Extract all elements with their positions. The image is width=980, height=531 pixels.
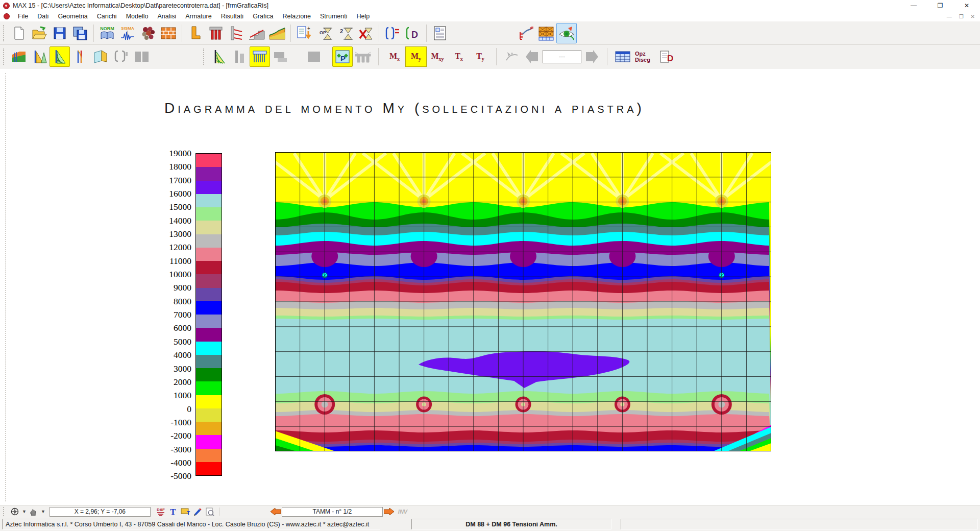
legend-color-band bbox=[196, 315, 222, 328]
legend-level: 17000 bbox=[153, 174, 191, 187]
next-result-button[interactable] bbox=[383, 507, 395, 516]
legend-level: -4000 bbox=[153, 456, 191, 469]
legend-color-band bbox=[196, 449, 222, 462]
slope-stability-button[interactable] bbox=[247, 23, 267, 43]
component-tx-button[interactable]: Tx bbox=[448, 46, 470, 67]
plate-solicitations-button[interactable]: P bbox=[332, 46, 353, 67]
open-file-button[interactable] bbox=[29, 23, 50, 43]
spare-panel bbox=[621, 519, 978, 529]
menu-armature[interactable]: Armature bbox=[181, 12, 216, 21]
menu-help[interactable]: Help bbox=[352, 12, 375, 21]
zoom-tool-icon[interactable] bbox=[9, 506, 21, 517]
menu-modello[interactable]: Modello bbox=[121, 12, 153, 21]
combination-select[interactable]: --- bbox=[543, 50, 581, 63]
next-combination-gray-button[interactable] bbox=[581, 46, 602, 67]
menu-geometria[interactable]: Geometria bbox=[53, 12, 92, 21]
component-my-button[interactable]: My bbox=[405, 46, 427, 67]
draw-options-button[interactable]: OpzDiseg bbox=[633, 47, 656, 66]
status-bar: ▼ ▼ X = 2,96; Y = -7,06 DXF T T TAMM - n… bbox=[0, 505, 980, 517]
anchored-wall-button[interactable] bbox=[226, 23, 247, 43]
statusbar-grip[interactable] bbox=[3, 507, 6, 516]
prev-result-button[interactable] bbox=[270, 507, 282, 516]
legend-color-band bbox=[196, 435, 222, 448]
menu-dati[interactable]: Dati bbox=[33, 12, 53, 21]
label-box-icon[interactable]: T bbox=[179, 506, 191, 517]
cantilever-wall-button[interactable] bbox=[185, 23, 206, 43]
menu-file[interactable]: File bbox=[13, 12, 33, 21]
menu-carichi[interactable]: Carichi bbox=[92, 12, 121, 21]
mdi-restore-button[interactable]: ❐ bbox=[959, 14, 964, 19]
view-results-button[interactable] bbox=[556, 23, 577, 43]
results-tables-button[interactable] bbox=[382, 23, 403, 43]
results-diagrams-button[interactable]: D bbox=[403, 23, 423, 43]
legend-color-band bbox=[196, 207, 222, 221]
menu-grafica[interactable]: Grafica bbox=[248, 12, 278, 21]
results-table-button[interactable] bbox=[612, 46, 633, 67]
menu-strumenti[interactable]: Strumenti bbox=[315, 12, 352, 21]
application-window: MAX 15 - [C:\Users\Aztec Informatica\Des… bbox=[0, 0, 980, 531]
restore-button[interactable]: ❐ bbox=[927, 0, 953, 11]
report-button[interactable] bbox=[430, 23, 450, 43]
mdi-close-button[interactable]: ✕ bbox=[971, 14, 975, 19]
wall-moment-button[interactable] bbox=[209, 46, 229, 67]
toolbar-grip[interactable] bbox=[3, 25, 6, 41]
new-file-button[interactable] bbox=[9, 23, 29, 43]
analysis-stop-button[interactable] bbox=[355, 23, 376, 43]
legend-level: -3000 bbox=[153, 443, 191, 456]
toolbar-grip-2[interactable] bbox=[3, 49, 6, 65]
plate-gray-button-1[interactable] bbox=[270, 46, 290, 67]
wall-3d-button[interactable] bbox=[90, 46, 111, 67]
pan-dropdown-arrow[interactable]: ▼ bbox=[41, 509, 45, 514]
component-ty-button[interactable]: Ty bbox=[470, 46, 491, 67]
sections-gray-button[interactable] bbox=[111, 46, 131, 67]
toolbar-grip-3[interactable] bbox=[203, 49, 206, 65]
save-as-button[interactable] bbox=[70, 23, 90, 43]
displacement-button[interactable] bbox=[70, 46, 90, 67]
wall-section-button[interactable] bbox=[9, 46, 29, 67]
text-tool-icon[interactable]: T bbox=[167, 506, 179, 517]
menu-analisi[interactable]: Analisi bbox=[153, 12, 181, 21]
masonry-button[interactable] bbox=[158, 23, 179, 43]
dxf-export-icon[interactable]: DXF bbox=[155, 506, 167, 517]
mesh-view-button[interactable] bbox=[536, 23, 556, 43]
menu-relazione[interactable]: Relazione bbox=[278, 12, 315, 21]
minimize-button[interactable]: — bbox=[900, 0, 927, 11]
component-mx-button[interactable]: Mx bbox=[384, 46, 405, 67]
bridge-gray-button[interactable] bbox=[353, 46, 373, 67]
moment-diagram-button[interactable] bbox=[50, 46, 70, 67]
diagram-view-button[interactable] bbox=[516, 23, 536, 43]
component-mxy-button[interactable]: Mxy bbox=[427, 46, 448, 67]
pressure-diagram-button[interactable] bbox=[29, 46, 50, 67]
coordinates-readout: X = 2,96; Y = -7,06 bbox=[50, 507, 151, 517]
legend-level: 2000 bbox=[153, 375, 191, 389]
menu-risultati[interactable]: Risultati bbox=[216, 12, 248, 21]
piles-button[interactable] bbox=[206, 23, 226, 43]
app-icon bbox=[3, 3, 10, 9]
plate-gray-button-2[interactable] bbox=[304, 46, 324, 67]
svg-text:OP: OP bbox=[320, 30, 326, 35]
print-drawing-button[interactable]: D bbox=[656, 46, 677, 67]
legend-color-band bbox=[196, 194, 222, 207]
redraw-gray-button[interactable] bbox=[502, 46, 522, 67]
seismic-button[interactable]: SISMA bbox=[117, 23, 138, 43]
pan-hand-icon[interactable] bbox=[28, 506, 40, 517]
analysis-2-button[interactable]: 2 bbox=[335, 23, 355, 43]
normatives-button[interactable]: NORM bbox=[97, 23, 117, 43]
materials-button[interactable] bbox=[138, 23, 158, 43]
plot-title: Diagramma del momento My (sollecitazioni… bbox=[164, 100, 645, 116]
legend-level: 18000 bbox=[153, 160, 191, 173]
save-button[interactable] bbox=[50, 23, 70, 43]
mdi-minimize-button[interactable]: — bbox=[947, 14, 952, 19]
close-button[interactable]: ✕ bbox=[953, 0, 980, 11]
zoom-dropdown-arrow[interactable]: ▼ bbox=[22, 509, 27, 514]
legend-level: 5000 bbox=[153, 335, 191, 348]
plate-diagram-button[interactable] bbox=[250, 46, 270, 67]
print-preview-icon[interactable] bbox=[204, 506, 216, 517]
prev-combination-gray-button[interactable] bbox=[522, 46, 543, 67]
add-list-button[interactable]: + bbox=[294, 23, 314, 43]
pen-edit-icon[interactable] bbox=[191, 506, 204, 517]
blocks-gray-button[interactable] bbox=[131, 46, 152, 67]
slope-layers-button[interactable] bbox=[267, 23, 287, 43]
wall-shear-gray-button[interactable] bbox=[229, 46, 250, 67]
analysis-op-button[interactable]: OP bbox=[314, 23, 335, 43]
